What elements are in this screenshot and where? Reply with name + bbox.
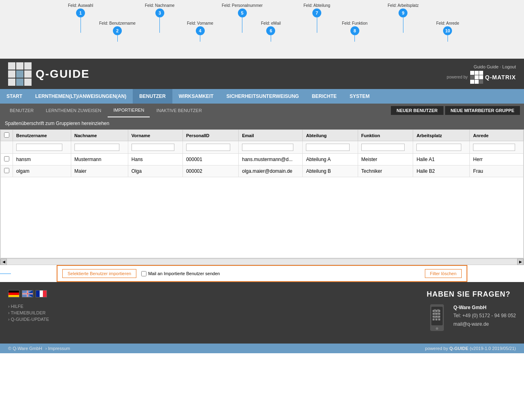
mail-checkbox[interactable]	[141, 271, 146, 276]
cell-arbeitsplatz-2: Halle B2	[413, 165, 470, 177]
col-personalid[interactable]: PersonalID	[182, 130, 238, 141]
action-bar-left: Selektierte Benutzer importieren Mail an…	[62, 269, 220, 278]
group-header: Spaltenüberschrift zum Gruppieren herein…	[0, 117, 524, 129]
col-nachname[interactable]: Nachname	[71, 130, 128, 141]
sub-nav-inaktive-benutzer[interactable]: INAKTIVE BENUTZER	[151, 104, 207, 117]
scroll-right-btn[interactable]: ▶	[517, 259, 524, 265]
annotation-5: Feld: Personalnummer 5	[222, 3, 263, 33]
annotation-2: Feld: Benutzername 2	[99, 21, 136, 42]
svg-rect-22	[438, 318, 440, 320]
bottom-bar: © Q-Ware GmbH › Impressum powered by Q-G…	[0, 344, 524, 353]
sub-nav: BENUTZER LERNTHEMEN ZUWEISEN IMPORTIEREN…	[0, 104, 524, 117]
filter-vorname[interactable]	[132, 144, 174, 151]
callout-circle-7: 7	[312, 8, 321, 17]
col-email[interactable]: Email	[239, 130, 303, 141]
svg-rect-21	[435, 318, 437, 320]
action-bar-wrapper: Aktionen 11 Selektierte Benutzer importi…	[0, 265, 524, 282]
col-vorname[interactable]: Vorname	[128, 130, 182, 141]
flag-gb[interactable]	[22, 290, 33, 297]
footer-link-themebuilder[interactable]: › THEMEBUILDER	[8, 310, 49, 315]
annotation-4: Feld: Vorname 4	[187, 21, 213, 42]
scroll-left-btn[interactable]: ◀	[0, 259, 7, 265]
company-email: mail@q-ware.de	[454, 320, 516, 328]
svg-rect-11	[433, 310, 435, 312]
callout-circle-6: 6	[266, 26, 275, 35]
row-checkbox-1[interactable]	[4, 156, 9, 161]
table-header-row: Benutzername Nachname Vorname PersonalID…	[1, 130, 524, 141]
footer-link-hilfe[interactable]: › HILFE	[8, 304, 49, 309]
flag-de[interactable]	[8, 290, 19, 297]
col-select	[1, 130, 13, 141]
filter-anrede[interactable]	[473, 144, 515, 151]
row-checkbox-2[interactable]	[4, 168, 9, 173]
annotation-7: Feld: Abteilung 7	[303, 3, 330, 33]
annotation-10: Feld: Anrede 10	[436, 21, 459, 42]
footer-right: HABEN SIE FRAGEN?	[427, 290, 516, 335]
bottom-bar-right: powered by Q-GUIDE (v2019-1.0 2019/05/21…	[425, 346, 516, 351]
content-area: Spaltenüberschrift zum Gruppieren herein…	[0, 117, 524, 265]
qmatrix-logo: Q-MATRIX	[470, 71, 516, 84]
filter-funktion[interactable]	[361, 144, 405, 151]
col-abteilung[interactable]: Abteilung	[303, 130, 358, 141]
sub-nav-right: NEUER BENUTZER NEUE MITARBEITER GRUPPE	[391, 106, 520, 115]
nav-item-start[interactable]: START	[0, 89, 29, 104]
nav-item-lernthemen[interactable]: LERNTHEMEN(LT)/ANWEISUNGEN(AN)	[29, 89, 133, 104]
powered-by-text: powered by	[447, 75, 468, 79]
users-table: Benutzername Nachname Vorname PersonalID…	[0, 129, 524, 258]
header-right: Guido Guide · Logout powered by Q-MATR	[447, 64, 516, 84]
sub-nav-lernthemen-zuweisen[interactable]: LERNTHEMEN ZUWEISEN	[40, 104, 107, 117]
nav-item-berichte[interactable]: BERICHTE	[305, 89, 343, 104]
h-scrollbar[interactable]: ◀ ▶	[0, 259, 524, 265]
nav-item-system[interactable]: SYSTEM	[343, 89, 376, 104]
filter-benutzername[interactable]	[16, 144, 62, 151]
cell-personalid-2: 000002	[182, 165, 238, 177]
col-arbeitsplatz[interactable]: Arbeitsplatz	[413, 130, 470, 141]
import-button[interactable]: Selektierte Benutzer importieren	[62, 269, 136, 278]
contact-area: Q-Ware GmbH Tel: +49 (0) 5172 - 94 98 05…	[427, 303, 516, 335]
svg-rect-20	[433, 318, 435, 320]
footer-link-update[interactable]: › Q-GUIDE-UPDATE	[8, 317, 49, 322]
flag-fr[interactable]	[36, 290, 47, 297]
annotation-3: Feld: Nachname 3	[145, 3, 174, 33]
filter-arbeitsplatz[interactable]	[416, 144, 461, 151]
cell-arbeitsplatz-1: Halle A1	[413, 154, 470, 165]
empty-row	[1, 177, 524, 258]
svg-rect-15	[435, 313, 437, 315]
nav-item-wirksamkeit[interactable]: WIRKSAMKEIT	[172, 89, 220, 104]
cell-vorname-1: Hans	[128, 154, 182, 165]
scroll-track[interactable]	[7, 259, 517, 265]
neuer-benutzer-button[interactable]: NEUER BENUTZER	[391, 106, 443, 115]
nav-item-benutzer[interactable]: BENUTZER	[133, 89, 172, 104]
filter-abteilung[interactable]	[306, 144, 349, 151]
col-benutzername[interactable]: Benutzername	[13, 130, 71, 141]
svg-rect-16	[438, 313, 440, 315]
sub-nav-importieren[interactable]: IMPORTIEREN	[108, 104, 150, 117]
cell-benutzername-2: olgam	[13, 165, 71, 177]
select-all-checkbox[interactable]	[4, 132, 9, 138]
filter-personalid[interactable]	[186, 144, 230, 151]
footer: › HILFE › THEMEBUILDER › Q-GUIDE-UPDATE …	[0, 282, 524, 344]
filter-loeschen-button[interactable]: Filter löschen	[425, 269, 462, 278]
col-anrede[interactable]: Anrede	[470, 130, 524, 141]
col-funktion[interactable]: Funktion	[358, 130, 413, 141]
impressum-link[interactable]: › Impressum	[45, 346, 70, 351]
nav-item-sicherheit[interactable]: SICHERHEITSUNTERWEISUNG	[220, 89, 305, 104]
callout-circle-3: 3	[155, 8, 164, 17]
callout-circle-4: 4	[196, 26, 205, 35]
sub-nav-benutzer[interactable]: BENUTZER	[4, 104, 39, 117]
cell-anrede-1: Herr	[470, 154, 524, 165]
app-header: Q-GUIDE Guido Guide · Logout powered by	[0, 59, 524, 89]
table-scroll-area[interactable]: Benutzername Nachname Vorname PersonalID…	[0, 129, 524, 259]
filter-email[interactable]	[242, 144, 293, 151]
mail-checkbox-label[interactable]: Mail an Importierte Benutzer senden	[141, 271, 220, 276]
table-row: olgam Maier Olga 000002 olga.maier@domai…	[1, 165, 524, 177]
cell-funktion-1: Meister	[358, 154, 413, 165]
neue-mitarbeiter-gruppe-button[interactable]: NEUE MITARBEITER GRUPPE	[445, 106, 520, 115]
powered-by-area: powered by Q-MATRIX	[447, 71, 516, 84]
filter-nachname[interactable]	[74, 144, 120, 151]
main-nav: START LERNTHEMEN(LT)/ANWEISUNGEN(AN) BEN…	[0, 89, 524, 104]
cell-abteilung-1: Abteilung A	[303, 154, 358, 165]
logout-link[interactable]: Logout	[502, 64, 516, 69]
annotation-1: Feld: Auswahl 1	[68, 3, 93, 33]
cell-personalid-1: 000001	[182, 154, 238, 165]
